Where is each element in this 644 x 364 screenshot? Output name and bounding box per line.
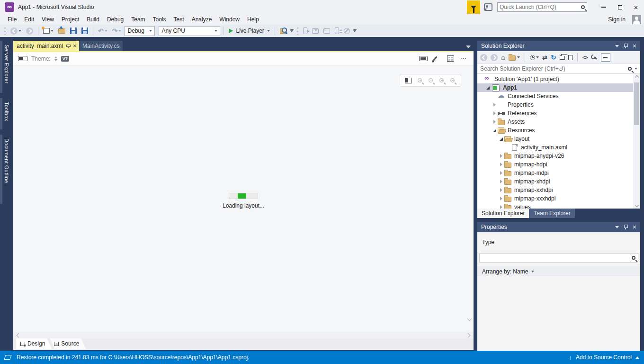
menu-edit[interactable]: Edit bbox=[20, 15, 38, 24]
expanded-arrow-icon[interactable] bbox=[492, 129, 497, 132]
tree-item-mipmap-hdpi[interactable]: mipmap-hdpi bbox=[477, 160, 633, 169]
android-device-manager-button[interactable] bbox=[311, 26, 320, 36]
sync-with-active-document-icon[interactable]: ⇄ bbox=[542, 54, 547, 61]
theme-spinner[interactable] bbox=[54, 56, 57, 61]
zoom-reset-button[interactable] bbox=[414, 75, 425, 86]
device-frame-toggle-icon[interactable] bbox=[18, 56, 27, 61]
properties-search-box[interactable] bbox=[479, 253, 638, 263]
platform-select[interactable]: Any CPU bbox=[159, 26, 220, 36]
pending-changes-filter-button[interactable] bbox=[530, 55, 539, 60]
adb-console-button[interactable] bbox=[322, 26, 331, 36]
debug-config-select[interactable]: Debug bbox=[125, 26, 155, 36]
view-code-icon[interactable]: <> bbox=[582, 55, 588, 60]
quick-launch-box[interactable] bbox=[497, 2, 587, 12]
undo-button[interactable]: ↶ bbox=[97, 26, 109, 36]
horizontal-scrollbar[interactable] bbox=[13, 332, 474, 338]
tree-scrollbar[interactable] bbox=[633, 74, 640, 209]
sidebar-tab-server-explorer[interactable]: Server Explorer bbox=[0, 41, 13, 93]
forward-icon[interactable] bbox=[491, 54, 498, 61]
menu-file[interactable]: File bbox=[4, 15, 20, 24]
tree-item-app1[interactable]: App1 bbox=[477, 83, 633, 92]
collapsed-arrow-icon[interactable] bbox=[498, 188, 504, 192]
preview-selected-items-toggle[interactable] bbox=[601, 53, 610, 62]
collapsed-arrow-icon[interactable] bbox=[492, 103, 497, 107]
refresh-icon[interactable]: ↻ bbox=[551, 55, 556, 61]
tab-team-explorer[interactable]: Team Explorer bbox=[529, 209, 574, 218]
back-icon[interactable] bbox=[480, 54, 487, 61]
menu-help[interactable]: Help bbox=[243, 15, 263, 24]
properties-search-input[interactable] bbox=[482, 255, 632, 261]
tree-item-mipmap-xhdpi[interactable]: mipmap-xhdpi bbox=[477, 177, 633, 186]
quick-launch-input[interactable] bbox=[500, 4, 581, 10]
navigate-back-button[interactable] bbox=[9, 26, 23, 36]
tree-item-mipmap-mdpi[interactable]: mipmap-mdpi bbox=[477, 169, 633, 177]
window-position-icon[interactable] bbox=[615, 226, 619, 228]
toolbar-grip[interactable] bbox=[4, 27, 6, 35]
menu-team[interactable]: Team bbox=[127, 15, 149, 24]
close-button[interactable]: × bbox=[628, 1, 644, 13]
tree-item-references[interactable]: References bbox=[477, 109, 633, 118]
tab-solution-explorer[interactable]: Solution Explorer bbox=[477, 209, 529, 218]
close-icon[interactable]: × bbox=[633, 224, 636, 230]
pin-icon[interactable] bbox=[624, 44, 628, 48]
brush-icon[interactable] bbox=[432, 56, 437, 61]
arrange-by-control[interactable]: Arrange by: Name bbox=[477, 266, 640, 276]
device-preview-icon[interactable] bbox=[419, 56, 428, 61]
collapsed-arrow-icon[interactable] bbox=[498, 205, 504, 209]
save-button[interactable] bbox=[69, 26, 78, 36]
document-list-dropdown[interactable] bbox=[466, 46, 471, 48]
android-sdk-manager-button[interactable] bbox=[278, 26, 288, 36]
collapse-all-icon[interactable] bbox=[560, 55, 565, 60]
zoom-fit-button[interactable] bbox=[425, 75, 436, 86]
properties-header[interactable]: Properties × bbox=[477, 222, 640, 232]
sign-in-link[interactable]: Sign in bbox=[608, 16, 626, 23]
expanded-arrow-icon[interactable] bbox=[498, 137, 504, 141]
deploy-device-button[interactable] bbox=[302, 26, 309, 36]
user-avatar-icon[interactable] bbox=[632, 15, 641, 24]
sidebar-tab-document-outline[interactable]: Document Outline bbox=[0, 135, 13, 204]
tree-item-activity-main-axml[interactable]: activity_main.axml bbox=[477, 143, 633, 152]
layout-grid-button[interactable] bbox=[403, 75, 414, 86]
menu-build[interactable]: Build bbox=[83, 15, 103, 24]
alternate-layouts-icon[interactable] bbox=[447, 55, 454, 62]
tab-source[interactable]: Source bbox=[50, 338, 86, 349]
start-live-player-button[interactable]: Live Player bbox=[227, 26, 271, 36]
tab-mainactivity-cs[interactable]: MainActivity.cs bbox=[79, 41, 123, 51]
device-log-button[interactable] bbox=[333, 26, 340, 36]
solution-search-input[interactable] bbox=[480, 65, 625, 72]
window-position-icon[interactable] bbox=[615, 45, 619, 47]
save-all-button[interactable] bbox=[80, 26, 89, 36]
solution-explorer-search[interactable] bbox=[477, 64, 640, 74]
close-icon[interactable]: × bbox=[633, 43, 636, 49]
tree-item-mipmap-xxhdpi[interactable]: mipmap-xxhdpi bbox=[477, 186, 633, 194]
scrollbar-thumb[interactable] bbox=[634, 82, 639, 125]
pin-icon[interactable] bbox=[624, 225, 628, 229]
zoom-out-button[interactable] bbox=[447, 75, 458, 86]
scroll-left-icon[interactable] bbox=[17, 333, 21, 337]
menu-tools[interactable]: Tools bbox=[149, 15, 170, 24]
tree-item-assets[interactable]: Assets bbox=[477, 118, 633, 126]
pin-icon[interactable] bbox=[66, 44, 70, 48]
properties-wrench-icon[interactable] bbox=[591, 54, 598, 61]
scroll-up-icon[interactable] bbox=[635, 75, 638, 79]
show-all-files-icon[interactable] bbox=[568, 55, 572, 60]
home-icon[interactable]: ⌂ bbox=[501, 54, 505, 61]
solution-explorer-header[interactable]: Solution Explorer × bbox=[477, 41, 640, 51]
tree-item-solution-app1-1-project[interactable]: Solution 'App1' (1 project) bbox=[477, 75, 633, 83]
tree-item-connected-services[interactable]: Connected Services bbox=[477, 92, 633, 100]
add-to-source-control-button[interactable]: ↑ Add to Source Control bbox=[569, 354, 639, 361]
close-icon[interactable]: × bbox=[73, 43, 77, 49]
collapsed-arrow-icon[interactable] bbox=[498, 171, 504, 175]
collapsed-arrow-icon[interactable] bbox=[498, 154, 504, 158]
tree-item-mipmap-xxxhdpi[interactable]: mipmap-xxxhdpi bbox=[477, 194, 633, 203]
collapsed-arrow-icon[interactable] bbox=[498, 197, 504, 200]
menu-debug[interactable]: Debug bbox=[103, 15, 127, 24]
collapsed-arrow-icon[interactable] bbox=[498, 180, 504, 183]
tree-item-resources[interactable]: Resources bbox=[477, 126, 633, 135]
open-file-button[interactable] bbox=[57, 26, 67, 36]
menu-analyze[interactable]: Analyze bbox=[188, 15, 216, 24]
restore-button[interactable] bbox=[612, 1, 628, 13]
tree-item-properties[interactable]: Properties bbox=[477, 100, 633, 109]
navigate-forward-button[interactable] bbox=[25, 26, 35, 36]
no-device-button[interactable] bbox=[342, 26, 351, 36]
